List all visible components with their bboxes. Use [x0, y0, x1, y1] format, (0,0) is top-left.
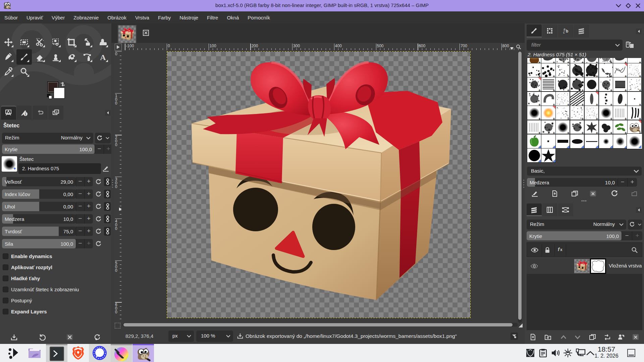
svg-text:A: A: [100, 53, 106, 61]
svg-text:i: i: [25, 112, 26, 116]
svg-text:b: b: [566, 29, 568, 34]
svg-text:c: c: [563, 31, 565, 34]
